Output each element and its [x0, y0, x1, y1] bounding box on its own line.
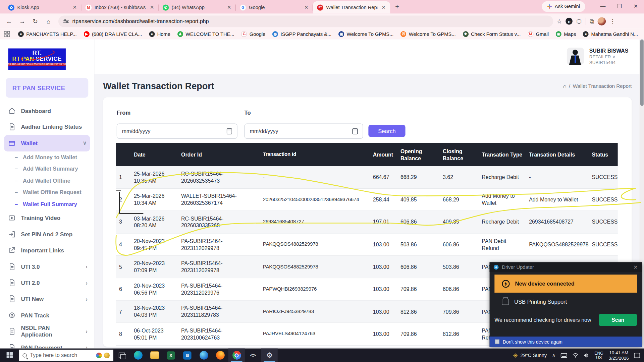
extensions-puzzle-icon[interactable]: ⬡ [577, 17, 582, 25]
taskbar-app-settings[interactable]: ⚙ [261, 349, 278, 362]
table-row[interactable]: 125-Mar-2026 10:35 AMRC-SUBIR15464- 2026… [116, 166, 618, 189]
taskbar-app-file-explorer[interactable] [146, 349, 163, 362]
page-head: Wallet Transaction Report ⌂ / Wallet Tra… [95, 74, 644, 92]
bookmark-item[interactable]: ◉Maps [556, 31, 576, 37]
ask-gemini-button[interactable]: Ask Gemini [542, 1, 585, 12]
tab-close-icon[interactable]: ✕ [226, 4, 232, 11]
search-highlight-icon[interactable] [96, 352, 102, 358]
tab-close-icon[interactable]: ✕ [149, 4, 155, 11]
new-tab-button[interactable]: + [392, 2, 402, 12]
calendar-icon[interactable] [227, 128, 232, 134]
from-date-input[interactable]: mm/dd/yyyy [117, 124, 237, 139]
dont-show-checkbox[interactable] [495, 340, 499, 344]
taskbar-app-chrome[interactable] [228, 349, 245, 362]
calendar-icon[interactable] [353, 128, 358, 134]
popup-close-icon[interactable]: ✕ [633, 264, 638, 270]
sidebar-subitem-wallet-full-summary[interactable]: –Wallet Full Summary [0, 198, 94, 210]
table-row[interactable]: 225-Mar-2026 10:34 AMWALLET-SUBIR15464- … [116, 189, 618, 211]
start-button[interactable] [0, 349, 19, 362]
sidebar-item-wallet[interactable]: Wallet∨ [4, 135, 90, 152]
search-button[interactable]: Search [368, 125, 405, 137]
weather-widget[interactable]: ☀ 29°C Sunny [513, 352, 547, 359]
notification-center-icon[interactable] [634, 353, 640, 358]
tab-close-icon[interactable]: ✕ [380, 4, 387, 11]
taskbar-app-edge-beta[interactable] [196, 349, 212, 362]
browser-tab[interactable]: RTWallet Transaction Report✕ [313, 1, 390, 14]
back-button[interactable]: ← [3, 15, 15, 27]
bookmark-item[interactable]: ♟WELCOME TO THE... [177, 31, 234, 37]
language-indicator[interactable]: ENG US [594, 351, 603, 360]
profile-avatar[interactable] [598, 17, 606, 25]
cell-opening: 606.86 [392, 219, 439, 226]
sidebar-subitem-add-wallet-summary[interactable]: –Add Wallet Summary [0, 163, 94, 175]
taskbar-search[interactable]: Type here to search [19, 350, 113, 361]
sidebar-item-uti-3-0[interactable]: UTI 3.0› [0, 258, 94, 275]
sidebar-subitem-wallet-offline-request[interactable]: –Wallet Offline Request [0, 187, 94, 198]
scan-button[interactable]: Scan [599, 314, 637, 326]
sidebar-item-training-video[interactable]: Training Video [0, 210, 94, 226]
clock[interactable]: 10:41 AM 3/25/2026 [609, 350, 629, 361]
bookmark-star-icon[interactable]: ☆ [556, 17, 562, 25]
network-icon[interactable] [573, 353, 578, 358]
bookmark-item[interactable]: ●PANCHAYETS HELP... [18, 31, 77, 37]
taskbar-app-excel[interactable]: X [163, 349, 179, 362]
user-block[interactable]: SUBIR BISWAS RETAILER ∨ SUBIR15464 [567, 48, 628, 65]
bookmark-item[interactable]: ❖Check Form Status v... [463, 31, 521, 37]
user-role[interactable]: RETAILER ∨ [589, 54, 629, 59]
site-settings-icon[interactable] [63, 20, 69, 22]
bookmark-item[interactable]: ●Home [149, 31, 170, 37]
tab-close-icon[interactable]: ✕ [303, 4, 310, 11]
side-panel-icon[interactable]: ⧉ [590, 17, 594, 25]
address-bar[interactable]: rtpanservice.com/dashboard/wallet-transa… [58, 15, 553, 27]
sidebar-item-dashboard[interactable]: Dashboard [0, 103, 94, 119]
volume-icon[interactable] [584, 353, 589, 358]
home-button[interactable]: ⌂ [43, 15, 54, 27]
taskbar-app-edge[interactable] [130, 349, 146, 362]
sidebar-item-pan-document[interactable]: PAN Document› [0, 340, 94, 349]
browser-tab[interactable]: MInbox (260) - subirbsws25@gm✕ [81, 1, 158, 14]
sidebar-subitem-add-money-to-wallet[interactable]: –Add Money to Wallet [0, 152, 94, 163]
sidebar-item-set-pin-and-2-step[interactable]: Set PIN And 2 Step [0, 226, 94, 242]
table-row[interactable]: 420-Nov-2023 09:45 PMPA-SUBIR15464- 2023… [116, 233, 618, 256]
sidebar-item-uti-new[interactable]: UTI New› [0, 291, 94, 307]
sidebar-item-important-links[interactable]: Important Links [0, 242, 94, 258]
browser-tab[interactable]: GGoogle✕ [236, 1, 313, 14]
bookmark-item[interactable]: ●Mahatma Gandhi N... [583, 31, 638, 37]
usb-device-row[interactable]: USB Printing Support [490, 293, 642, 311]
bookmark-item[interactable]: ▶(688) DRA LIVE CLA... [84, 31, 142, 37]
sidebar-item-uti-2-0[interactable]: UTI 2.0› [0, 275, 94, 291]
apps-grid-icon[interactable] [4, 31, 10, 37]
maximize-button[interactable]: ❐ [611, 3, 628, 9]
breadcrumb-home-icon[interactable]: ⌂ [563, 83, 566, 89]
reload-button[interactable]: ↻ [30, 15, 41, 27]
sidebar-subitem-add-wallet-offline[interactable]: –Add Wallet Offline [0, 175, 94, 187]
close-button[interactable]: ✕ [628, 3, 644, 9]
extension-e-icon[interactable]: e [566, 18, 573, 25]
sidebar-item-aadhar-linking-status[interactable]: Aadhar Linking Status [0, 119, 94, 135]
sidebar-item-nsdl-pan-application[interactable]: NSDL PAN Application› [0, 323, 94, 339]
bookmark-item[interactable]: MGmail [528, 31, 549, 37]
browser-tab[interactable]: ✿Kiosk App✕ [4, 1, 81, 14]
browser-tab[interactable]: ✆(34) WhatsApp✕ [159, 1, 236, 14]
breadcrumb-separator: / [569, 83, 570, 89]
bookmark-item[interactable]: ☒Welcome To GPMS... [400, 31, 455, 37]
breadcrumb: ⌂ / Wallet Transaction Report [563, 83, 632, 89]
table-row[interactable]: 303-Mar-2026 08:20 AMRC-SUBIR15464- 2026… [116, 211, 618, 234]
menu-dots-icon[interactable]: ⋮ [609, 17, 615, 25]
task-view-button[interactable] [113, 353, 130, 358]
tab-close-icon[interactable]: ✕ [71, 4, 78, 11]
taskbar-app-dev-code[interactable]: <> [245, 349, 261, 362]
touch-keyboard-icon[interactable] [561, 353, 568, 358]
forward-button[interactable]: → [16, 15, 28, 27]
search-reward-icon[interactable] [104, 352, 110, 358]
taskbar-app-firefox[interactable] [212, 349, 228, 362]
minimize-button[interactable]: — [595, 3, 611, 9]
taskbar-app-store[interactable]: ▤ [179, 349, 196, 362]
bookmark-item[interactable]: ▣Welcome To GPMS... [338, 31, 393, 37]
to-date-input[interactable]: mm/dd/yyyy [245, 124, 363, 139]
hidden-icons-chevron[interactable]: ∧ [552, 353, 555, 358]
sidebar-item-pan-track[interactable]: PAN Track [0, 307, 94, 323]
bookmark-item[interactable]: ◍ISGPP Panchayats &... [272, 31, 331, 37]
bookmark-item[interactable]: GGoogle [241, 31, 265, 37]
scrollbar-thumb[interactable] [640, 40, 643, 106]
